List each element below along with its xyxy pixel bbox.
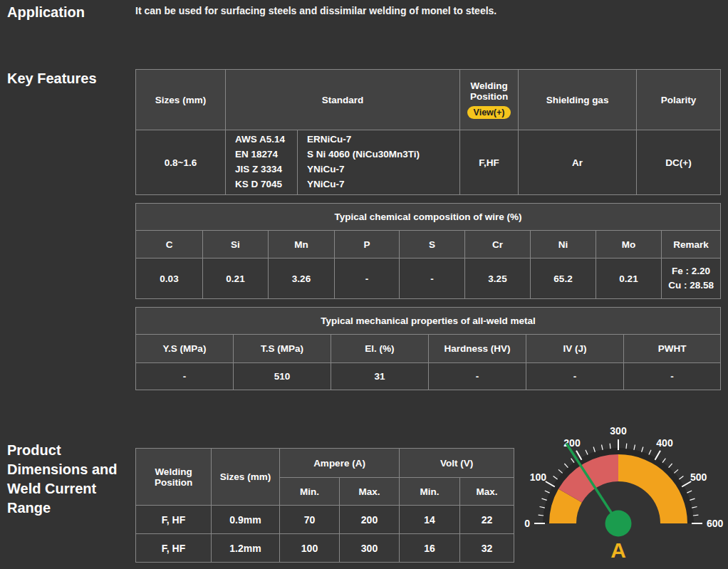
gauge-tick [693, 515, 699, 516]
gauge-tick [586, 450, 588, 455]
gauge-tick [690, 498, 695, 500]
chemical-composition-table: Typical chemical composition of wire (%)… [135, 203, 721, 299]
standard-designations: ERNiCu-7 S Ni 4060 (NiCu30Mn3Ti) YNiCu-7… [298, 130, 460, 195]
gauge-tick [558, 469, 563, 473]
gauge-tick [674, 469, 678, 473]
gauge-tick [634, 445, 635, 450]
spec-table: Sizes (mm) Standard Welding Position Vie… [135, 69, 721, 195]
gauge-tick [649, 450, 651, 455]
value-ts: 510 [234, 363, 331, 390]
col-ni: Ni [531, 231, 596, 259]
col-cr: Cr [465, 231, 531, 259]
mechanical-table-title: Typical mechanical properties of all-wel… [136, 308, 721, 335]
table-row: F, HF 0.9mm 70 200 14 22 [136, 506, 514, 534]
gauge-hub [605, 511, 632, 537]
col-shielding-gas: Shielding gas [519, 70, 637, 130]
gauge-tick [610, 444, 610, 449]
gauge-tick [593, 447, 595, 452]
value-pwht: - [624, 363, 721, 390]
shielding-gas-value: Ar [519, 130, 637, 195]
application-heading: Application [7, 3, 85, 22]
col-remark: Remark [662, 231, 721, 259]
col-volt: Volt (V) [400, 449, 514, 478]
welding-position-label: Welding Position [470, 80, 508, 102]
gauge-tick [564, 464, 568, 468]
col-s: S [400, 231, 465, 259]
value-hardness: - [429, 363, 526, 390]
mechanical-properties-table: Typical mechanical properties of all-wel… [135, 307, 721, 390]
gauge-tick [642, 447, 643, 452]
col-ampere-min: Min. [280, 478, 340, 506]
gauge-tick-label: 400 [656, 437, 673, 449]
weld-current-range-table: Welding Position Sizes (mm) Ampere (A) V… [135, 448, 514, 563]
key-features-heading: Key Features [7, 69, 97, 88]
table-row: F, HF 1.2mm 100 300 16 32 [136, 534, 514, 563]
col-pwht: PWHT [624, 335, 721, 363]
value-mn: 3.26 [269, 259, 335, 299]
value-p: - [335, 259, 400, 299]
gauge-tick-label: 200 [563, 437, 581, 449]
col-volt-min: Min. [400, 478, 460, 506]
value-cr: 3.25 [465, 259, 531, 299]
gauge-tick [539, 515, 544, 516]
col-ampere-max: Max. [340, 478, 400, 506]
gauge-svg: 0100200300400500600A [511, 420, 725, 567]
col-volt-max: Max. [460, 478, 514, 506]
col-standard: Standard [226, 70, 460, 130]
gauge-tick-label: 300 [610, 425, 627, 437]
col-hardness: Hardness (HV) [429, 335, 526, 363]
col-ts: T.S (MPa) [234, 335, 331, 363]
value-remark: Fe : 2.20 Cu : 28.58 [662, 259, 721, 299]
gauge-tick [626, 444, 627, 449]
ampere-gauge: 0100200300400500600A [511, 420, 725, 567]
col-el: El. (%) [331, 335, 429, 363]
gauge-tick [546, 481, 555, 487]
col-c: C [136, 231, 203, 259]
gauge-tick-label: 100 [530, 471, 547, 483]
col-mn: Mn [269, 231, 335, 259]
gauge-tick [692, 507, 697, 508]
gauge-tick [662, 459, 665, 463]
col-polarity: Polarity [637, 70, 721, 130]
application-description: It can be used for surfacing steels and … [135, 5, 496, 16]
view-position-badge[interactable]: View(+) [467, 106, 511, 119]
col-welding-position: Welding Position [136, 449, 212, 506]
value-ni: 65.2 [531, 259, 596, 299]
gauge-tick-label: 600 [707, 518, 724, 529]
gauge-tick [553, 476, 558, 479]
product-range-heading: Product Dimensions and Weld Current Rang… [7, 441, 130, 518]
value-s: - [400, 259, 465, 299]
gauge-unit-label: A [610, 538, 626, 562]
col-ampere: Ampere (A) [280, 449, 400, 478]
gauge-tick-label: 500 [690, 471, 707, 483]
value-c: 0.03 [136, 259, 203, 299]
col-sizes: Sizes (mm) [136, 70, 226, 130]
value-ys: - [136, 363, 234, 390]
value-iv: - [526, 363, 624, 390]
gauge-tick [687, 491, 692, 493]
standard-codes: AWS A5.14 EN 18274 JIS Z 3334 KS D 7045 [226, 130, 298, 195]
value-el: 31 [331, 363, 429, 390]
col-iv: IV (J) [526, 335, 624, 363]
gauge-tick [655, 451, 661, 460]
value-mo: 0.21 [596, 259, 662, 299]
welding-position-value: F,HF [460, 130, 519, 195]
gauge-tick-label: 0 [524, 518, 530, 529]
col-welding-position: Welding Position View(+) [460, 70, 519, 130]
gauge-tick [545, 491, 550, 493]
col-p: P [335, 231, 400, 259]
gauge-tick [542, 498, 547, 500]
chemical-table-title: Typical chemical composition of wire (%) [136, 204, 721, 231]
col-ys: Y.S (MPa) [136, 335, 234, 363]
value-si: 0.21 [203, 259, 269, 299]
gauge-tick [571, 459, 574, 463]
col-sizes: Sizes (mm) [212, 449, 280, 506]
gauge-band [618, 454, 687, 523]
polarity-value: DC(+) [637, 130, 721, 195]
col-mo: Mo [596, 231, 662, 259]
gauge-tick [679, 476, 683, 479]
gauge-tick [669, 464, 672, 468]
col-si: Si [203, 231, 269, 259]
sizes-value: 0.8~1.6 [136, 130, 226, 195]
gauge-tick [540, 507, 545, 508]
